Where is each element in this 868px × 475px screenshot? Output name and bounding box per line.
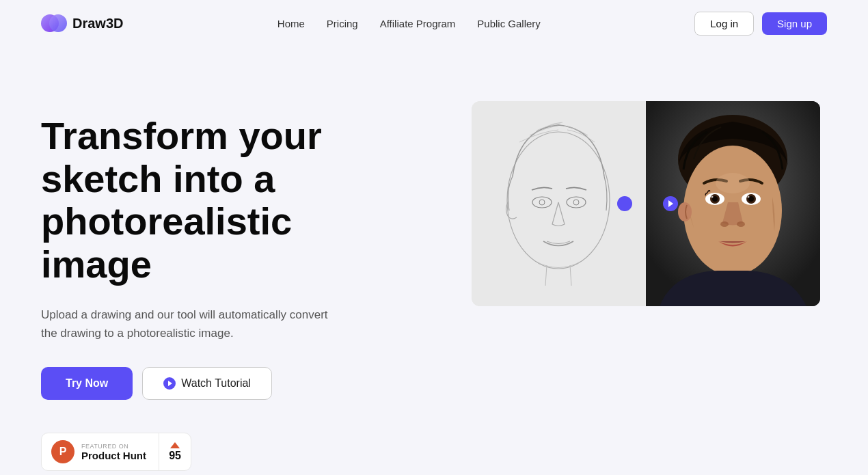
signup-button[interactable]: Sign up	[762, 12, 827, 35]
product-hunt-badge[interactable]: P FEATURED ON Product Hunt 95	[41, 433, 191, 471]
nav-gallery[interactable]: Public Gallery	[477, 18, 541, 29]
hero-image-area	[472, 101, 827, 313]
nav-home[interactable]: Home	[277, 18, 305, 29]
nav-actions: Log in Sign up	[694, 12, 827, 36]
hero-buttons: Try Now Watch Tutorial	[41, 367, 383, 400]
watch-tutorial-button[interactable]: Watch Tutorial	[142, 367, 272, 400]
ph-upvote-arrow	[170, 442, 180, 448]
ph-right: 95	[159, 437, 191, 467]
nav-links: Home Pricing Affiliate Program Public Ga…	[277, 18, 541, 29]
ph-name: Product Hunt	[81, 450, 146, 461]
nav-pricing[interactable]: Pricing	[327, 18, 358, 29]
play-icon	[163, 377, 176, 390]
svg-point-1	[49, 14, 67, 32]
svg-point-21	[737, 221, 745, 227]
login-button[interactable]: Log in	[694, 12, 754, 36]
hero-subtitle: Upload a drawing and our tool will autom…	[41, 306, 342, 342]
try-now-button[interactable]: Try Now	[41, 367, 133, 400]
hero-left: Transform your sketch into a photorealis…	[41, 101, 383, 471]
eye-right-overlay	[663, 196, 678, 211]
brand-name: Draw3D	[72, 16, 123, 31]
ph-text: FEATURED ON Product Hunt	[81, 443, 146, 461]
ph-left: P FEATURED ON Product Hunt	[42, 433, 159, 470]
ph-count: 95	[169, 450, 181, 462]
logo[interactable]: Draw3D	[41, 10, 123, 36]
tutorial-label: Watch Tutorial	[181, 377, 251, 390]
svg-point-20	[720, 221, 729, 227]
navbar: Draw3D Home Pricing Affiliate Program Pu…	[0, 0, 868, 46]
svg-point-19	[748, 196, 750, 198]
hero-title: Transform your sketch into a photorealis…	[41, 115, 383, 286]
nav-affiliate[interactable]: Affiliate Program	[380, 18, 456, 29]
svg-point-24	[716, 173, 750, 193]
hero-image-container	[472, 101, 820, 306]
svg-point-15	[711, 196, 714, 198]
eye-left-overlay	[617, 196, 632, 211]
hero-section: Transform your sketch into a photorealis…	[0, 46, 868, 475]
ph-logo-circle: P	[51, 440, 74, 463]
ph-featured-label: FEATURED ON	[81, 443, 146, 450]
